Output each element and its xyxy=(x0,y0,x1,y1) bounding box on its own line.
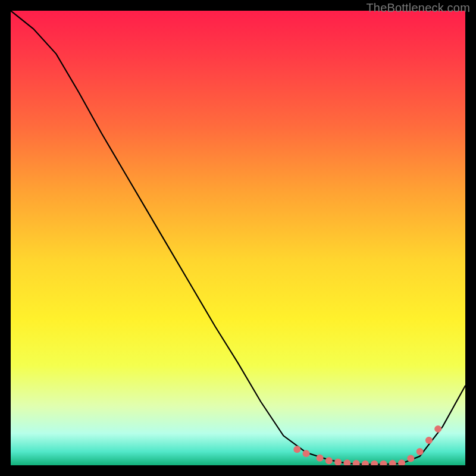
curve-marker xyxy=(434,425,441,433)
curve-marker xyxy=(416,448,424,455)
curve-marker xyxy=(353,460,360,465)
curve-marker xyxy=(343,459,350,465)
curve-marker xyxy=(398,459,405,465)
chart-frame: TheBottleneck.com xyxy=(0,0,476,476)
curve-marker xyxy=(303,450,310,457)
curve-marker xyxy=(362,461,369,465)
curve-marker xyxy=(425,437,433,444)
bottleneck-curve xyxy=(11,11,465,464)
curve-marker xyxy=(317,455,324,462)
curve-marker xyxy=(380,461,387,465)
chart-svg xyxy=(11,11,465,465)
curve-marker xyxy=(293,446,300,453)
curve-marker xyxy=(407,455,414,462)
watermark-text: TheBottleneck.com xyxy=(366,1,470,15)
curve-marker xyxy=(371,461,378,465)
curve-marker xyxy=(334,459,342,465)
curve-marker xyxy=(325,457,333,464)
chart-plot-area xyxy=(11,11,465,465)
curve-marker xyxy=(389,460,396,465)
curve-markers xyxy=(293,425,441,465)
